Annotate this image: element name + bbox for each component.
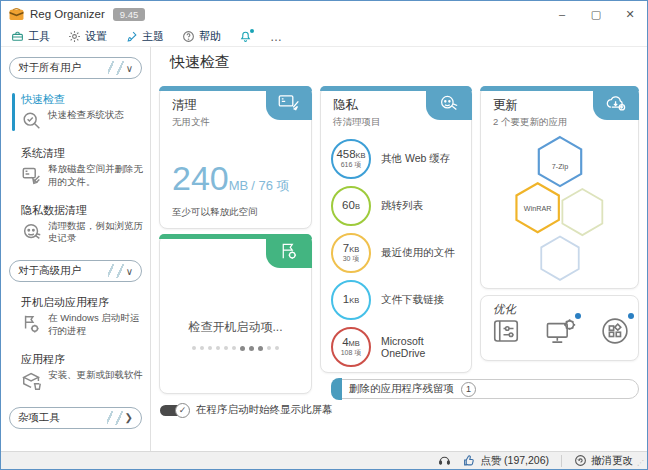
privacy-mask-icon — [21, 221, 43, 243]
app-box-icon — [21, 370, 43, 392]
maximize-button[interactable]: ▢ — [579, 1, 613, 27]
updates-card[interactable]: 更新 2 个要更新的应用 7-Zip WinRAR — [480, 86, 639, 289]
privacy-row-jump-lists[interactable]: 60B 跳转列表 — [331, 182, 463, 229]
sliders-panel-icon — [491, 316, 521, 346]
apps-circle-icon — [600, 316, 630, 346]
optimize-card[interactable]: 优化 — [480, 295, 639, 361]
ring-indicator: 60B — [331, 186, 371, 226]
ring-indicator: 7KB 30 项 — [331, 233, 371, 273]
thumbs-up-icon — [463, 454, 476, 467]
close-button[interactable]: ✕ — [613, 1, 647, 27]
menu-tools[interactable]: 工具 — [11, 29, 50, 44]
page-title: 快速检查 — [170, 53, 230, 72]
hex-empty-1 — [562, 189, 602, 235]
cleanup-footer-note: 至少可以释放此空间 — [172, 206, 258, 219]
app-window: Reg Organizer 9.45 – ▢ ✕ 工具 设置 主题 — [0, 0, 648, 470]
privacy-badge — [426, 86, 472, 120]
ring-indicator: 4MB 108 项 — [331, 327, 371, 367]
main-area: 快速检查 清理 无用文件 240MB/ 76 项 至少可以释放此空间 — [152, 47, 647, 451]
menu-more-button[interactable]: … — [270, 30, 283, 44]
paintbrush-icon — [125, 30, 138, 43]
toolbox-icon — [11, 30, 24, 43]
menu-help[interactable]: 帮助 — [182, 29, 221, 44]
stripes-decoration — [108, 264, 124, 278]
privacy-mask-icon — [439, 94, 459, 112]
chevron-down-icon: ∨ — [126, 266, 133, 277]
version-badge: 9.45 — [113, 8, 146, 21]
show-on-startup-toggle[interactable]: ✓ — [160, 404, 190, 417]
optimize-apps-button[interactable] — [600, 316, 630, 350]
startup-check-card[interactable]: 检查开机启动项... — [159, 234, 312, 394]
notifications-button[interactable] — [239, 30, 252, 43]
sidebar: 对于所有用户 ∨ 快速检查 快速检查系统状态 系统清理 — [1, 47, 151, 451]
privacy-row-recent-files[interactable]: 7KB 30 项 最近使用的文件 — [331, 229, 463, 276]
ring-indicator: 458KB 616 项 — [331, 139, 371, 179]
cleanup-broom-icon — [278, 94, 300, 112]
menu-settings[interactable]: 设置 — [68, 29, 107, 44]
startup-check-status: 检查开机启动项... — [160, 319, 311, 351]
title-bar: Reg Organizer 9.45 – ▢ ✕ — [1, 1, 647, 27]
magnifier-check-icon — [21, 110, 43, 132]
sidebar-group-advanced[interactable]: 对于高级用户 ∨ — [9, 260, 142, 282]
resize-grip[interactable]: ⋰ — [637, 459, 645, 467]
notification-dot — [628, 313, 634, 319]
menu-theme[interactable]: 主题 — [125, 29, 164, 44]
cleanup-badge — [266, 86, 312, 120]
toggle-check-icon: ✓ — [175, 403, 190, 418]
residual-items-button[interactable]: 删除的应用程序残留项 1 — [332, 379, 639, 399]
show-on-startup-toggle-row: ✓ 在程序启动时始终显示此屏幕 — [160, 403, 333, 417]
cleanup-card[interactable]: 清理 无用文件 240MB/ 76 项 至少可以释放此空间 — [159, 86, 312, 229]
hex-empty-2 — [541, 237, 578, 280]
sidebar-item-startup-apps[interactable]: 开机启动应用程序 在 Windows 启动时运行的进程 — [1, 288, 150, 345]
cloud-download-icon — [605, 94, 627, 112]
show-on-startup-label: 在程序启动时始终显示此屏幕 — [196, 403, 333, 417]
progress-dots — [160, 346, 311, 351]
stripes-decoration — [108, 61, 124, 75]
updates-hex-graphic: 7-Zip WinRAR — [481, 127, 638, 284]
optimize-system-tweaks-button[interactable] — [545, 316, 577, 350]
notification-dot — [575, 313, 581, 319]
sidebar-item-applications[interactable]: 应用程序 安装、更新或卸载软件 — [1, 345, 150, 399]
stripes-decoration — [107, 411, 123, 425]
privacy-row-download-links[interactable]: 1KB 文件下载链接 — [331, 276, 463, 323]
help-icon — [182, 30, 195, 43]
menu-bar: 工具 设置 主题 帮助 … — [1, 27, 647, 47]
gear-icon — [68, 30, 81, 43]
minimize-button[interactable]: – — [545, 1, 579, 27]
sidebar-item-system-cleanup[interactable]: 系统清理 释放磁盘空间并删除无用的文件。 — [1, 139, 150, 196]
headphones-icon — [438, 454, 451, 467]
optimize-settings-panel-button[interactable] — [491, 316, 521, 350]
sidebar-group-misc-tools[interactable]: 杂项工具 ❯ — [9, 407, 142, 429]
chevron-right-icon: ❯ — [125, 412, 133, 423]
optimize-title: 优化 — [493, 302, 516, 317]
monitor-gear-icon — [545, 316, 577, 346]
privacy-row-onedrive[interactable]: 4MB 108 项 Microsoft OneDrive — [331, 323, 463, 370]
privacy-row-web-cache[interactable]: 458KB 616 项 其他 Web 缓存 — [331, 135, 463, 182]
window-title: Reg Organizer — [30, 8, 105, 20]
race-flag-gear-icon — [279, 242, 299, 260]
chevron-down-icon: ∨ — [126, 63, 133, 74]
privacy-card[interactable]: 隐私 待清理项目 458KB 616 项 其他 Web 缓存 60B — [320, 86, 472, 373]
ring-indicator: 1KB — [331, 280, 371, 320]
disk-cleanup-icon — [21, 164, 43, 186]
support-button[interactable] — [438, 454, 451, 467]
cleanup-size-value: 240MB/ 76 项 — [172, 159, 290, 198]
residual-count-badge: 1 — [461, 382, 476, 397]
undo-circle-icon — [574, 454, 587, 467]
hex-winrar-label: WinRAR — [523, 204, 551, 213]
app-logo-icon — [9, 8, 24, 21]
sidebar-item-privacy-cleanup[interactable]: 隐私数据清理 清理数据，例如浏览历史记录 — [1, 196, 150, 253]
startup-check-badge — [266, 234, 312, 268]
status-bar: 点赞 (197,206) 撤消更改 ⋰ — [1, 451, 647, 469]
sidebar-group-all-users[interactable]: 对于所有用户 ∨ — [9, 57, 142, 79]
undo-changes-button[interactable]: 撤消更改 — [574, 454, 633, 468]
notification-dot — [250, 29, 254, 33]
sidebar-item-quick-check[interactable]: 快速检查 快速检查系统状态 — [1, 85, 150, 139]
statusbar-divider — [561, 455, 562, 467]
startup-flag-gear-icon — [21, 313, 43, 335]
like-button[interactable]: 点赞 (197,206) — [463, 454, 549, 468]
updates-badge — [593, 86, 639, 120]
hex-7zip-label: 7-Zip — [551, 162, 567, 171]
